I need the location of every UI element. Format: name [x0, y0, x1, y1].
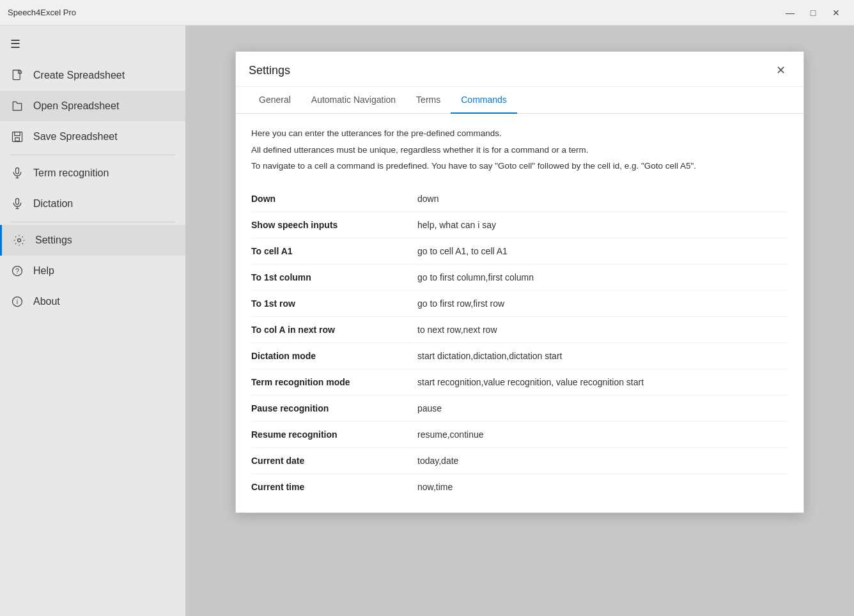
info-icon: i — [10, 295, 24, 308]
app-title: Speech4Excel Pro — [8, 8, 76, 17]
command-value[interactable]: pause — [417, 403, 442, 413]
tab-commands[interactable]: Commands — [451, 87, 517, 114]
sidebar-item-open-spreadsheet[interactable]: Open Spreadsheet — [0, 91, 185, 121]
title-bar: Speech4Excel Pro — □ ✕ — [0, 0, 854, 26]
sidebar-item-create-spreadsheet[interactable]: Create Spreadsheet — [0, 60, 185, 91]
dialog-title: Settings — [249, 64, 290, 77]
sidebar-item-save-spreadsheet[interactable]: Save Spreadsheet — [0, 121, 185, 152]
command-name: To col A in next row — [251, 325, 417, 335]
settings-dialog: Settings ✕ General Automatic Navigation … — [235, 51, 804, 513]
desc-line-3: To navigate to a cell a command is prede… — [251, 159, 788, 173]
app-body: ☰ Create Spreadsheet Open Spreadsheet Sa… — [0, 26, 854, 616]
sidebar-item-settings[interactable]: Settings — [0, 225, 185, 256]
dialog-titlebar: Settings ✕ — [236, 52, 804, 87]
tab-terms[interactable]: Terms — [406, 87, 451, 114]
sidebar-label-save: Save Spreadsheet — [33, 131, 118, 142]
command-name: To 1st row — [251, 298, 417, 309]
sidebar-item-about[interactable]: i About — [0, 286, 185, 317]
command-value[interactable]: today,date — [417, 456, 458, 466]
sidebar: ☰ Create Spreadsheet Open Spreadsheet Sa… — [0, 26, 185, 616]
sidebar-label-dictation: Dictation — [33, 198, 73, 210]
sidebar-item-help[interactable]: ? Help — [0, 256, 185, 286]
command-value[interactable]: go to cell A1, to cell A1 — [417, 246, 508, 256]
document-new-icon — [10, 69, 24, 82]
main-content: Settings ✕ General Automatic Navigation … — [185, 26, 854, 616]
divider-2 — [10, 222, 175, 222]
command-row[interactable]: Current datetoday,date — [251, 448, 788, 474]
command-row[interactable]: To 1st rowgo to first row,first row — [251, 291, 788, 317]
window-controls: — □ ✕ — [780, 4, 846, 22]
minimize-button[interactable]: — — [780, 4, 800, 22]
gear-icon — [12, 234, 26, 247]
svg-text:i: i — [17, 298, 18, 305]
command-row[interactable]: To 1st columngo to first column,first co… — [251, 265, 788, 291]
sidebar-item-term-recognition[interactable]: Term recognition — [0, 158, 185, 189]
commands-table: DowndownShow speech inputshelp, what can… — [251, 186, 788, 500]
command-name: Pause recognition — [251, 403, 417, 413]
command-row[interactable]: Pause recognitionpause — [251, 396, 788, 422]
command-name: Show speech inputs — [251, 220, 417, 230]
command-row[interactable]: Downdown — [251, 186, 788, 212]
svg-point-13 — [18, 239, 21, 242]
command-value[interactable]: to next row,next row — [417, 325, 497, 335]
close-button[interactable]: ✕ — [826, 4, 846, 22]
command-name: Current date — [251, 456, 417, 466]
desc-line-2: All defined utterances must be unique, r… — [251, 143, 788, 157]
command-value[interactable]: go to first row,first row — [417, 298, 504, 309]
command-name: To cell A1 — [251, 246, 417, 256]
command-value[interactable]: go to first column,first column — [417, 272, 534, 282]
svg-rect-7 — [16, 168, 19, 174]
maximize-button[interactable]: □ — [803, 4, 823, 22]
sidebar-label-about: About — [33, 296, 60, 307]
command-row[interactable]: Term recognition modestart recognition,v… — [251, 369, 788, 396]
command-name: Current time — [251, 482, 417, 492]
command-row[interactable]: To col A in next rowto next row,next row — [251, 317, 788, 343]
command-name: Dictation mode — [251, 351, 417, 361]
command-row[interactable]: Resume recognitionresume,continue — [251, 422, 788, 448]
question-icon: ? — [10, 265, 24, 277]
command-value[interactable]: resume,continue — [417, 429, 484, 440]
command-row[interactable]: To cell A1go to cell A1, to cell A1 — [251, 238, 788, 265]
command-name: Resume recognition — [251, 429, 417, 440]
command-row[interactable]: Show speech inputshelp, what can i say — [251, 212, 788, 238]
sidebar-item-dictation[interactable]: Dictation — [0, 189, 185, 219]
svg-rect-6 — [15, 138, 20, 141]
command-value[interactable]: now,time — [417, 482, 453, 492]
document-save-icon — [10, 130, 24, 143]
microphone-icon-dictation — [10, 197, 24, 210]
svg-rect-5 — [15, 132, 20, 136]
command-value[interactable]: start recognition,value recognition, val… — [417, 377, 644, 387]
svg-rect-0 — [13, 70, 20, 80]
dialog-description: Here you can enter the utterances for th… — [251, 127, 788, 173]
sidebar-label-help: Help — [33, 265, 54, 277]
divider-1 — [10, 155, 175, 155]
document-open-icon — [10, 100, 24, 112]
svg-rect-4 — [13, 132, 22, 142]
command-row[interactable]: Dictation modestart dictation,dictation,… — [251, 343, 788, 369]
hamburger-menu[interactable]: ☰ — [0, 31, 185, 58]
sidebar-label-settings: Settings — [35, 235, 72, 246]
sidebar-label-open: Open Spreadsheet — [33, 100, 119, 112]
tab-general[interactable]: General — [249, 87, 301, 114]
command-row[interactable]: Current timenow,time — [251, 474, 788, 500]
sidebar-label-create: Create Spreadsheet — [33, 70, 125, 81]
dialog-body: Here you can enter the utterances for th… — [236, 114, 804, 512]
command-value[interactable]: help, what can i say — [417, 220, 496, 230]
command-value[interactable]: down — [417, 194, 439, 204]
tab-automatic-navigation[interactable]: Automatic Navigation — [301, 87, 406, 114]
svg-text:?: ? — [15, 267, 19, 275]
dialog-close-button[interactable]: ✕ — [771, 61, 791, 80]
command-name: Term recognition mode — [251, 377, 417, 387]
sidebar-label-term-recognition: Term recognition — [33, 167, 109, 179]
command-name: Down — [251, 194, 417, 204]
svg-rect-10 — [16, 199, 19, 204]
command-value[interactable]: start dictation,dictation,dictation star… — [417, 351, 562, 361]
command-name: To 1st column — [251, 272, 417, 282]
microphone-icon-term — [10, 167, 24, 180]
desc-line-1: Here you can enter the utterances for th… — [251, 127, 788, 141]
settings-tabs: General Automatic Navigation Terms Comma… — [236, 87, 804, 114]
